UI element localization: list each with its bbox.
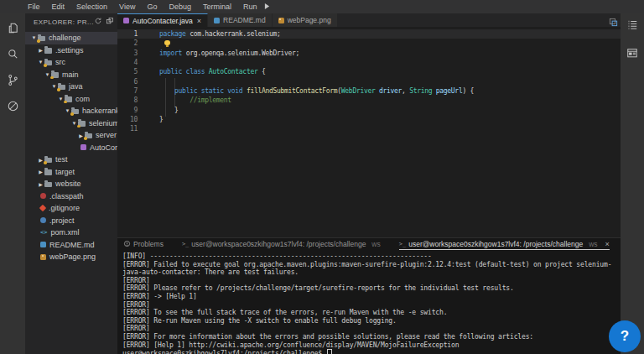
folder-modified-badge [50, 76, 54, 80]
close-icon[interactable]: × [197, 17, 201, 25]
tab-readme-md[interactable]: README.md [208, 13, 273, 27]
code-line-11: 11 [117, 124, 621, 133]
folder-icon [51, 72, 59, 78]
code-line-1: 1package com.hackerrank.selenium; [117, 29, 621, 39]
menu-item-edit[interactable]: Edit [46, 3, 71, 11]
tree-item-classpath[interactable]: .classpath [25, 190, 117, 203]
tree-item-website[interactable]: ▶website [25, 178, 117, 190]
menu-item-selection[interactable]: Selection [70, 3, 113, 11]
terminal-line: java-auto-contacter: There are test fail… [122, 268, 621, 277]
terminal-line: [ERROR] [122, 325, 621, 333]
tab-label: AutoContacter.java [132, 17, 193, 25]
tree-item-label: hackerrank [82, 107, 117, 115]
editor-tab-bar: AutoContacter.java×README.mdwebPage.png [117, 13, 621, 27]
tree-item-label: pom.xml [50, 228, 79, 237]
tree-item-target[interactable]: ▶target [25, 166, 117, 179]
tree-item-main[interactable]: ▼main [25, 69, 117, 81]
terminal-line: [ERROR] For more information about the e… [122, 333, 621, 341]
tree-item-com[interactable]: ▼com [25, 93, 117, 106]
explorer-icon[interactable] [0, 15, 25, 41]
code-line-6: 6 [117, 76, 621, 86]
xml-file-icon: <> [40, 229, 47, 236]
panel-tab-suffix: ws [371, 240, 380, 248]
terminal-output[interactable]: [INFO] ---------------------------------… [117, 250, 621, 354]
code-text: import org.openqa.selenium.WebDriver; [159, 49, 299, 57]
markdown-file-icon [40, 242, 46, 247]
explorer-header: EXPLORER: PR... ··· [25, 13, 117, 30]
code-line-5: 5public class AutoContacter { [117, 67, 621, 76]
close-icon[interactable]: × [605, 240, 610, 248]
terminal-cursor [327, 349, 332, 354]
tree-item-label: src [55, 58, 65, 66]
terminal-panel: Problems>_user@workspace0szkihgow1s7lvf4… [117, 237, 621, 354]
explorer-header-title: EXPLORER: PR... [34, 18, 94, 26]
folder-modified-badge [37, 39, 40, 43]
tree-item-label: server [96, 131, 117, 139]
tree-item-label: .gitignore [49, 204, 80, 212]
folder-modified-badge [84, 137, 87, 140]
tree-item-label: com [75, 95, 90, 103]
tree-item-java[interactable]: ▼java [25, 81, 117, 93]
panel-tab-bar: Problems>_user@workspace0szkihgow1s7lvf4… [117, 238, 621, 250]
tree-item-label: .settings [55, 46, 84, 55]
tree-item-hackerrank[interactable]: ▼hackerrank [25, 105, 117, 117]
menu-item-view[interactable]: View [113, 3, 141, 11]
tree-item-src[interactable]: ▼src [25, 56, 117, 69]
terminal-line: [ERROR] Please refer to /projects/challe… [122, 284, 621, 293]
tree-item-label: .classpath [49, 192, 84, 200]
panel-tab-problems[interactable]: Problems [123, 238, 164, 250]
code-editor[interactable]: 1package com.hackerrank.selenium;23impor… [117, 27, 621, 237]
tab-webpage-png[interactable]: webPage.png [273, 13, 338, 27]
tree-item-test[interactable]: ▶test [25, 154, 117, 166]
terminal-line: [INFO] ---------------------------------… [122, 252, 621, 261]
browser-preview-icon[interactable] [626, 47, 638, 62]
terminal-line: [ERROR] [122, 277, 621, 285]
line-number: 9 [117, 107, 159, 114]
folder-modified-badge [44, 64, 47, 67]
refresh-icon[interactable] [94, 17, 102, 27]
list-icon[interactable] [626, 18, 638, 34]
tree-item-project[interactable]: .project [25, 215, 117, 227]
search-icon[interactable] [0, 41, 25, 67]
tree-item-label: challenge [49, 34, 81, 42]
tree-item-pom-xml[interactable]: <>pom.xml [25, 226, 117, 239]
tree-collapsed-arrow-icon: ▶ [37, 169, 44, 174]
menu-item-run[interactable]: Run [237, 3, 263, 11]
markdown-file-icon [214, 18, 220, 23]
extensions-blocked-icon[interactable] [0, 93, 25, 119]
tree-item-readme-md[interactable]: README.md [25, 239, 117, 252]
menu-item-terminal[interactable]: Terminal [197, 3, 237, 11]
tree-item-selenium[interactable]: ▼selenium [25, 117, 117, 130]
tree-item-label: website [55, 180, 81, 188]
folder-icon [85, 133, 92, 139]
menu-item-go[interactable]: Go [141, 3, 163, 11]
panel-tab-label: user@workspace0szkihgow1s7lvf4: /project… [408, 240, 583, 248]
tree-item-webpage-png[interactable]: webPage.png [25, 251, 117, 263]
tree-item-autocontacter-java[interactable]: AutoContacter.java [25, 142, 117, 154]
tree-item-label: target [55, 168, 75, 176]
tree-item-gitignore[interactable]: .gitignore [25, 202, 117, 215]
tree-item-settings[interactable]: ▶.settings [25, 44, 117, 57]
menu-item-debug[interactable]: Debug [163, 3, 197, 11]
tree-item-challenge[interactable]: ▼challenge [25, 32, 117, 44]
play-icon[interactable] [264, 3, 270, 10]
folder-modified-badge [64, 101, 67, 104]
tab-autocontacter-java[interactable]: AutoContacter.java× [117, 13, 208, 27]
code-line-8: 8 //implement [117, 96, 621, 105]
tree-item-server[interactable]: ▶server [25, 129, 117, 142]
help-button[interactable]: ? [609, 320, 641, 352]
menu-item-file[interactable]: File [22, 3, 46, 11]
tree-item-label: AutoContacter.java [90, 143, 117, 152]
quick-fix-lightbulb-icon[interactable] [164, 40, 170, 46]
source-control-icon[interactable] [0, 67, 25, 93]
panel-tab-label: user@workspace0szkihgow1s7lvf4: /project… [191, 240, 366, 248]
panel-tab-label: Problems [133, 240, 164, 248]
code-line-4: 4 [117, 58, 621, 67]
panel-tab-terminal-1[interactable]: >_user@workspace0szkihgow1s7lvf4: /proje… [182, 238, 381, 250]
panel-tab-terminal-2[interactable]: >_user@workspace0szkihgow1s7lvf4: /proje… [399, 238, 610, 250]
folder-icon [44, 158, 52, 164]
collapse-folders-icon[interactable] [106, 17, 114, 27]
problems-icon [123, 240, 131, 249]
code-text: //implement [159, 96, 231, 104]
folder-icon [65, 96, 72, 102]
